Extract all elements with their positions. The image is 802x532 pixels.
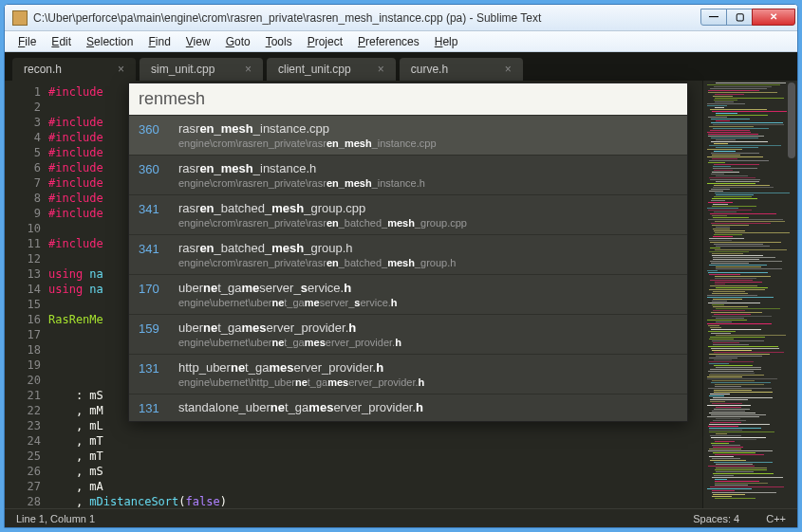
goto-filename: http_ubernet_gameserver_provider.h [178, 360, 678, 375]
menu-file[interactable]: File [12, 33, 42, 50]
goto-result[interactable]: 341rasren_batched_mesh_group.hengine\cro… [129, 234, 687, 274]
menubar: FileEditSelectionFindViewGotoToolsProjec… [5, 31, 797, 52]
goto-result[interactable]: 360rasren_mesh_instance.hengine\crom\ras… [129, 155, 687, 194]
goto-filename: standalone_ubernet_gameserver_provider.h [178, 400, 678, 414]
goto-score: 131 [139, 360, 178, 388]
goto-path: engine\ubernet\ubernet_gameserver_servic… [178, 297, 678, 308]
goto-score: 341 [139, 201, 178, 229]
tab-bar: recon.h×sim_unit.cpp×client_unit.cpp×cur… [5, 52, 797, 81]
goto-result[interactable]: 131http_ubernet_gameserver_provider.heng… [129, 354, 687, 394]
tab-label: recon.h [24, 63, 62, 76]
tab-close-icon[interactable]: × [505, 63, 512, 76]
goto-path: engine\crom\rasren_private\rasren_batche… [178, 217, 678, 229]
tab-label: client_unit.cpp [278, 63, 351, 76]
goto-result[interactable]: 159ubernet_gameserver_provider.hengine\u… [129, 314, 687, 354]
minimap[interactable] [702, 81, 797, 508]
goto-results: 360rasren_mesh_instance.cppengine\crom\r… [129, 115, 687, 421]
close-button[interactable]: ✕ [752, 9, 795, 26]
statusbar: Line 1, Column 1 Spaces: 4 C++ [5, 508, 797, 527]
menu-view[interactable]: View [180, 33, 216, 50]
minimap-scrollbar[interactable] [788, 83, 795, 158]
maximize-button[interactable]: ▢ [726, 9, 753, 26]
menu-find[interactable]: Find [142, 33, 176, 50]
goto-anything-panel: 360rasren_mesh_instance.cppengine\crom\r… [128, 83, 688, 422]
window-title: C:\Uber\perforce\pa\main\engine\crom\ras… [33, 11, 701, 25]
goto-path: engine\ubernet\http_ubernet_gameserver_p… [178, 376, 678, 388]
app-icon [12, 10, 28, 26]
titlebar[interactable]: C:\Uber\perforce\pa\main\engine\crom\ras… [5, 5, 797, 31]
goto-score: 159 [139, 321, 178, 348]
tab-close-icon[interactable]: × [118, 63, 124, 76]
tab-close-icon[interactable]: × [245, 63, 252, 76]
goto-path: engine\crom\rasren_private\rasren_mesh_i… [178, 138, 678, 149]
tab-label: curve.h [411, 63, 448, 76]
goto-filename: rasren_mesh_instance.h [178, 161, 678, 175]
menu-tools[interactable]: Tools [260, 33, 298, 50]
menu-goto[interactable]: Goto [220, 33, 256, 50]
menu-project[interactable]: Project [302, 33, 348, 50]
goto-score: 360 [139, 121, 178, 149]
window-controls: — ▢ ✕ [701, 9, 795, 28]
minimize-button[interactable]: — [700, 9, 727, 26]
goto-result[interactable]: 131standalone_ubernet_gameserver_provide… [129, 394, 687, 421]
goto-filename: ubernet_gameserver_provider.h [178, 321, 678, 335]
goto-path: engine\crom\rasren_private\rasren_mesh_i… [178, 177, 678, 189]
goto-score: 341 [139, 241, 178, 268]
tab-close-icon[interactable]: × [378, 63, 384, 76]
goto-result[interactable]: 341rasren_batched_mesh_group.cppengine\c… [129, 194, 687, 234]
tab-recon-h[interactable]: recon.h× [12, 58, 136, 81]
menu-selection[interactable]: Selection [81, 33, 139, 50]
line-gutter: 1234567891011121314151617181920212223242… [5, 81, 48, 508]
minimap-content [707, 83, 786, 500]
goto-input[interactable] [129, 83, 687, 115]
goto-score: 131 [139, 400, 178, 415]
goto-score: 170 [139, 281, 178, 308]
goto-result[interactable]: 360rasren_mesh_instance.cppengine\crom\r… [129, 115, 687, 155]
status-cursor: Line 1, Column 1 [16, 513, 95, 524]
menu-preferences[interactable]: Preferences [352, 33, 425, 50]
status-language[interactable]: C++ [766, 513, 786, 524]
tab-label: sim_unit.cpp [151, 63, 214, 76]
app-window: C:\Uber\perforce\pa\main\engine\crom\ras… [4, 4, 798, 528]
goto-path: engine\ubernet\ubernet_gameserver_provid… [178, 337, 678, 348]
tab-curve-h[interactable]: curve.h× [400, 58, 523, 81]
app-body: recon.h×sim_unit.cpp×client_unit.cpp×cur… [5, 52, 797, 527]
goto-result[interactable]: 170ubernet_gameserver_service.hengine\ub… [129, 274, 687, 314]
menu-edit[interactable]: Edit [46, 33, 77, 50]
goto-path: engine\crom\rasren_private\rasren_batche… [178, 257, 678, 268]
goto-filename: rasren_batched_mesh_group.h [178, 241, 678, 255]
menu-help[interactable]: Help [429, 33, 464, 50]
goto-filename: rasren_batched_mesh_group.cpp [178, 201, 678, 215]
goto-score: 360 [139, 161, 178, 189]
goto-filename: rasren_mesh_instance.cpp [178, 121, 678, 136]
tab-client_unit-cpp[interactable]: client_unit.cpp× [267, 58, 396, 81]
tab-sim_unit-cpp[interactable]: sim_unit.cpp× [140, 58, 263, 81]
status-indent[interactable]: Spaces: 4 [693, 513, 739, 524]
goto-filename: ubernet_gameserver_service.h [178, 281, 678, 295]
